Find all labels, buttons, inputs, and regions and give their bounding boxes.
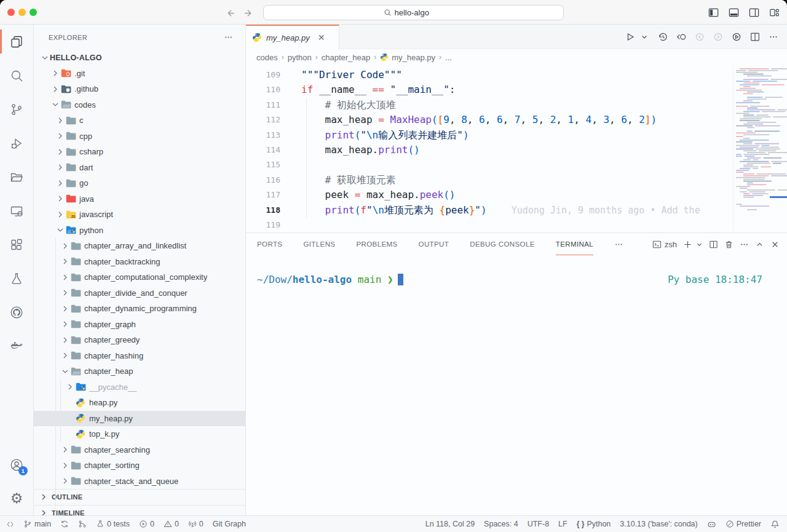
new-terminal-icon[interactable] [683,240,692,249]
search-input[interactable] [395,8,444,17]
status-copilot[interactable] [707,520,716,529]
close-panel-icon[interactable] [770,240,780,249]
breadcrumb-item[interactable]: ... [445,53,452,62]
tree-item-javascript[interactable]: JSjavascript [34,207,245,223]
tree-item-python[interactable]: python [34,223,245,239]
command-center-search[interactable] [263,5,564,20]
activity-item-docker[interactable] [0,329,33,363]
status-language-mode[interactable]: { }Python [577,520,611,528]
tree-item-dart[interactable]: dart [34,160,245,176]
breadcrumb-item[interactable]: python [288,53,312,62]
breadcrumb-item[interactable]: codes [256,53,278,62]
tree-item-cpp[interactable]: cpp [34,129,245,145]
section-timeline[interactable]: TIMELINE [34,505,245,516]
panel-more-actions-icon[interactable] [740,240,749,249]
close-window-button[interactable] [7,9,15,16]
breadcrumb-item[interactable]: my_heap.py [380,53,435,62]
status-python-interpreter[interactable]: 3.10.13 ('base': conda) [620,520,697,528]
panel-tabs-more-icon[interactable] [614,240,623,249]
activity-item-folder-view[interactable] [0,160,33,194]
minimize-window-button[interactable] [18,9,26,16]
tree-item-chapter-divide-and-conquer[interactable]: chapter_divide_and_conquer [34,285,245,301]
minimap[interactable] [733,65,787,232]
tree-item--git[interactable]: .git [34,66,245,82]
forward-arrow-icon[interactable] [242,6,255,20]
activity-item-run-debug[interactable] [0,126,33,160]
status-tests[interactable]: 0 tests [96,520,130,528]
tree-item-top-k-py[interactable]: top_k.py [34,426,245,442]
tree-item-my-heap-py[interactable]: my_heap.py [34,411,245,427]
activity-item-testing[interactable] [0,261,33,295]
tree-item--pycache-[interactable]: __pycache__ [34,379,245,395]
status-prettier[interactable]: Prettier [726,520,761,528]
status-branch[interactable]: main [23,520,51,528]
tree-item-heap-py[interactable]: heap.py [34,395,245,411]
status-git-graph-btn[interactable] [78,520,87,528]
status-feedback[interactable]: 0 [188,520,204,528]
status-encoding[interactable]: UTF-8 [528,520,549,528]
zoom-window-button[interactable] [30,9,37,16]
terminal[interactable]: ~/Dow/hello-algo main ❯ Py base 18:18:47 [246,255,787,285]
code-editor[interactable]: 109"""Driver Code"""110if __name__ == "_… [246,65,787,232]
breadcrumb-item[interactable]: chapter_heap [322,53,371,62]
more-actions-icon[interactable] [767,30,780,43]
activity-item-accounts[interactable]: 1 [0,448,33,482]
tree-item-chapter-greedy[interactable]: chapter_greedy [34,332,245,348]
back-arrow-icon[interactable] [223,6,237,20]
status-git-graph-label[interactable]: Git Graph [213,520,246,528]
panel-tab-ports[interactable]: PORTS [257,233,282,255]
activity-item-search[interactable] [0,58,33,92]
activity-item-extensions[interactable] [0,228,33,261]
tree-item-chapter-backtracking[interactable]: chapter_backtracking [34,254,245,270]
tree-item-chapter-array-and-linkedlist[interactable]: chapter_array_and_linkedlist [34,238,245,254]
previous-change-icon[interactable] [693,30,706,43]
status-errors[interactable]: 0 [139,520,154,528]
tree-item-chapter-searching[interactable]: chapter_searching [34,442,245,458]
tab-my-heap[interactable]: my_heap.py ✕ [246,25,339,49]
next-change-icon[interactable] [711,30,724,43]
panel-tab-debug-console[interactable]: DEBUG CONSOLE [470,233,535,255]
status-indentation[interactable]: Spaces: 4 [484,520,518,528]
tree-item-csharp[interactable]: csharp [34,144,245,160]
status-cursor-position[interactable]: Ln 118, Col 29 [425,520,475,528]
tree-item-chapter-sorting[interactable]: chapter_sorting [34,458,245,474]
activity-item-explorer[interactable] [0,25,33,58]
tree-item-chapter-hashing[interactable]: chapter_hashing [34,348,245,364]
explorer-more-actions-icon[interactable] [224,33,233,42]
toggle-panel-icon[interactable] [727,6,740,19]
activity-item-github[interactable] [0,295,33,329]
split-terminal-icon[interactable] [709,240,718,249]
toggle-secondary-sidebar-icon[interactable] [747,6,761,19]
tree-item-chapter-computational-complexity[interactable]: chapter_computational_complexity [34,269,245,285]
activity-item-settings[interactable]: ⚙ [0,482,33,515]
tree-item--github[interactable]: .github [34,81,245,97]
tree-item-hello-algo[interactable]: HELLO-ALGO [34,50,245,66]
run-dropdown-chevron-icon[interactable] [638,30,651,43]
terminal-shell-item[interactable]: zsh [652,240,677,249]
panel-tab-output[interactable]: OUTPUT [419,233,449,255]
panel-tab-gitlens[interactable]: GITLENS [303,233,335,255]
panel-tab-terminal[interactable]: TERMINAL [556,233,593,255]
customize-layout-icon[interactable] [767,6,781,19]
minimap-slider[interactable] [770,196,787,198]
toggle-primary-sidebar-icon[interactable] [706,6,720,19]
status-eol[interactable]: LF [558,520,568,528]
run-python-file-button[interactable] [623,30,636,43]
panel-tab-problems[interactable]: PROBLEMS [356,233,397,255]
status-sync[interactable] [60,520,69,528]
activity-item-remote-explorer[interactable] [0,194,33,228]
tree-item-chapter-dynamic-programming[interactable]: chapter_dynamic_programming [34,301,245,317]
terminal-dropdown-chevron-icon[interactable] [696,241,703,248]
file-history-icon[interactable] [656,30,669,43]
tab-close-icon[interactable]: ✕ [318,33,325,42]
tree-item-c[interactable]: c [34,113,245,129]
tree-item-chapter-graph[interactable]: chapter_graph [34,317,245,333]
tree-item-chapter-heap[interactable]: chapter_heap [34,363,245,379]
status-warnings[interactable]: 0 [164,520,179,528]
activity-item-source-control[interactable] [0,92,33,126]
run-or-debug-icon[interactable] [730,30,743,43]
section-outline[interactable]: OUTLINE [34,489,245,505]
status-notifications[interactable] [770,520,780,529]
status-remote[interactable] [6,520,14,528]
tree-item-chapter-stack-and-queue[interactable]: chapter_stack_and_queue [34,474,245,490]
